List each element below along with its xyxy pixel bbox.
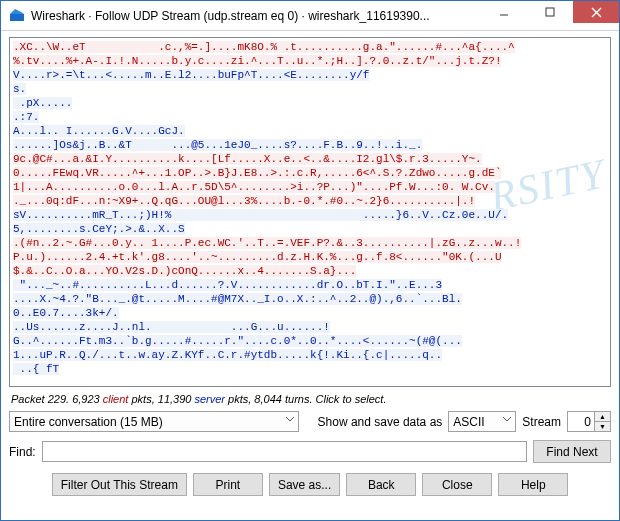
client-segment[interactable]: $.&..C..O.a...YO.V2s.D.)cOnQ......x..4..… (13, 265, 356, 277)
server-segment[interactable]: 1...uP.R..Q./...t..w.ay.Z.KYf..C.r.#ytdb… (13, 349, 442, 361)
format-combo[interactable]: ASCII (448, 411, 516, 432)
conversation-value: Entire conversation (15 MB) (14, 415, 163, 429)
show-as-label: Show and save data as (318, 415, 443, 429)
help-button[interactable]: Help (498, 473, 568, 496)
conversation-combo[interactable]: Entire conversation (15 MB) (9, 411, 299, 432)
server-segment[interactable]: ......]Os&j..B..&T ...@5...1eJ0_....s?..… (13, 139, 422, 151)
server-segment[interactable]: 0..E0.7....3k+/. (13, 307, 119, 319)
titlebar: Wireshark · Follow UDP Stream (udp.strea… (1, 1, 619, 31)
server-segment[interactable]: ..Us......z....J..nl. ...G...u......! (13, 321, 330, 333)
maximize-button[interactable] (527, 1, 573, 23)
server-segment[interactable]: s. (13, 83, 26, 95)
client-segment[interactable]: .(#n..2.~.G#...0.y.. 1....P.ec.WC.'..T..… (13, 237, 521, 249)
close-dialog-button[interactable]: Close (422, 473, 492, 496)
stream-label: Stream (522, 415, 561, 429)
server-segment[interactable]: .:7. (13, 111, 39, 123)
server-segment[interactable]: A...l.. I......G.V....GcJ. (13, 125, 185, 137)
print-button[interactable]: Print (193, 473, 263, 496)
window-controls (481, 1, 619, 30)
client-segment[interactable]: 9c.@C#...a.&I.Y..........k....[Lf.....X.… (13, 153, 482, 165)
find-next-button[interactable]: Find Next (533, 440, 611, 463)
minimize-button[interactable] (481, 1, 527, 23)
close-button[interactable] (573, 1, 619, 23)
app-icon (9, 8, 25, 24)
stream-value[interactable] (567, 411, 595, 432)
server-segment[interactable]: 5,........s.CeY;.>.&..X..S (13, 223, 185, 235)
server-segment[interactable]: sV..........mR_T...;)H!% .....}6..V..Cz.… (13, 209, 508, 221)
format-value: ASCII (453, 415, 484, 429)
server-segment[interactable]: .pX..... (13, 97, 72, 109)
status-mid: pkts, 11,390 (128, 393, 194, 405)
server-segment[interactable]: ..{ fT (13, 363, 59, 375)
stream-spinner[interactable]: ▲ ▼ (567, 411, 611, 432)
client-segment[interactable]: %.tv....%+.A-.I.!.N.....b.y.c....zi.^...… (13, 55, 501, 67)
server-segment[interactable]: "..._~..#..........L...d......?.V.......… (13, 279, 442, 291)
chevron-down-icon (286, 415, 294, 423)
status-line: Packet 229. 6,923 client pkts, 11,390 se… (11, 393, 609, 405)
stream-text[interactable]: RSITY .XC..\W..eT .c.,%=.]....mK8O.% .t.… (9, 37, 611, 387)
save-as-button[interactable]: Save as... (269, 473, 340, 496)
window-title: Wireshark · Follow UDP Stream (udp.strea… (31, 9, 481, 23)
client-segment[interactable]: 1|...A..........o.0...l.A..r.5D\5^......… (13, 181, 495, 193)
window-frame: Wireshark · Follow UDP Stream (udp.strea… (0, 0, 620, 521)
client-segment[interactable]: P.u.)......2.4.+t.k'.g8....'..~.........… (13, 251, 501, 263)
spinner-buttons: ▲ ▼ (595, 411, 611, 432)
server-segment[interactable]: V....r>.=\t...<.....m..E.l2....buFp^T...… (13, 69, 369, 81)
back-button[interactable]: Back (346, 473, 416, 496)
status-server-label: server (194, 393, 225, 405)
find-label: Find: (9, 445, 36, 459)
client-segment[interactable]: 0.....FEwq.VR.....^+...1.OP..>.B}J.E8..>… (13, 167, 501, 179)
status-prefix: Packet 229. 6,923 (11, 393, 103, 405)
server-segment[interactable]: G..^......Ft.m3..`b.g.....#.....r."....c… (13, 335, 462, 347)
filter-row: Entire conversation (15 MB) Show and sav… (9, 411, 611, 432)
find-input[interactable] (42, 441, 527, 462)
spinner-up[interactable]: ▲ (595, 412, 610, 422)
status-suffix: pkts, 8,044 turns. Click to select. (225, 393, 386, 405)
server-segment[interactable]: ....X.~4.?."B..._.@t.....M....#@M7X.._I.… (13, 293, 462, 305)
content-area: RSITY .XC..\W..eT .c.,%=.]....mK8O.% .t.… (1, 31, 619, 520)
status-client-label: client (103, 393, 129, 405)
svg-rect-2 (546, 8, 554, 16)
svg-rect-0 (10, 14, 24, 21)
client-segment[interactable]: ._...0q:dF...n:~X9+..Q.qG...OU@l...3%...… (13, 195, 475, 207)
spinner-down[interactable]: ▼ (595, 422, 610, 431)
bottom-button-row: Filter Out This Stream Print Save as... … (9, 473, 611, 496)
client-segment[interactable]: .XC..\W..eT .c.,%=.]....mK8O.% .t.......… (13, 41, 515, 53)
find-row: Find: Find Next (9, 440, 611, 463)
filter-out-button[interactable]: Filter Out This Stream (52, 473, 187, 496)
chevron-down-icon (503, 415, 511, 423)
